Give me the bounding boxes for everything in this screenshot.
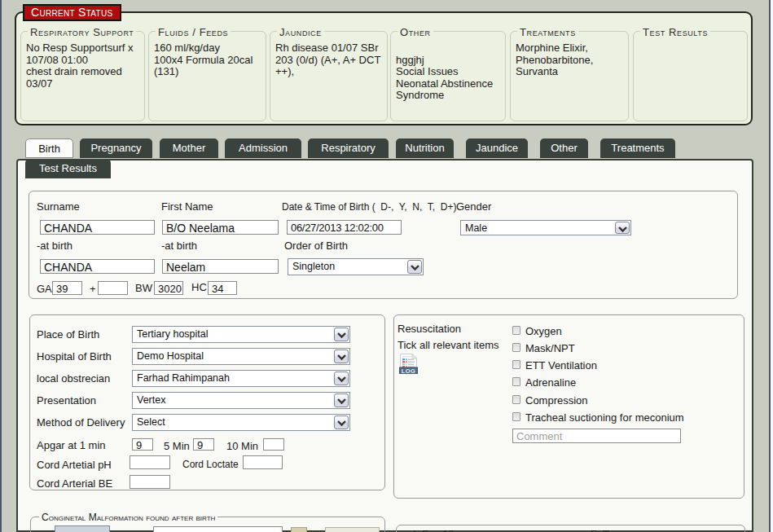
svg-text:LOG: LOG bbox=[402, 367, 416, 374]
